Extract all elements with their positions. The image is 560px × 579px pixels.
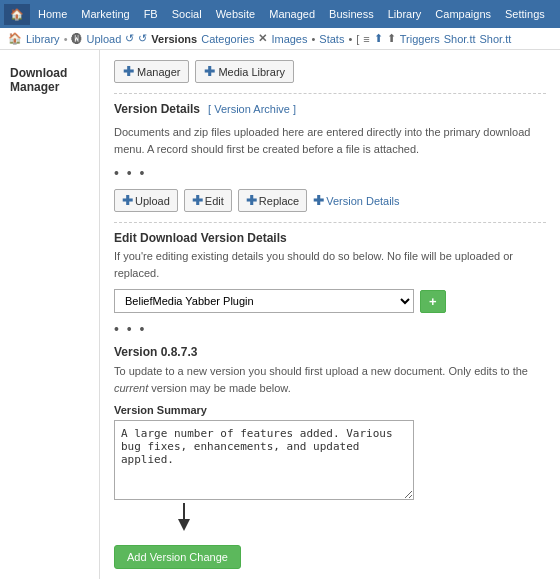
svg-marker-1	[178, 519, 190, 531]
home-icon: 🏠	[8, 32, 22, 45]
media-library-plus-icon: ✚	[204, 64, 215, 79]
breadcrumb-categories[interactable]: Categories	[201, 33, 254, 45]
add-version-container: Add Version Change	[114, 535, 241, 579]
nav-home-icon: 🏠	[4, 4, 30, 25]
bullet1: •	[311, 33, 315, 45]
media-library-button[interactable]: ✚ Media Library	[195, 60, 294, 83]
nav-settings[interactable]: Settings	[499, 4, 551, 24]
breadcrumb-library[interactable]: Library	[26, 33, 60, 45]
upload-plus-icon: ✚	[122, 193, 133, 208]
divider-2	[114, 222, 546, 223]
version-details-desc: Documents and zip files uploaded here ar…	[114, 124, 546, 157]
edit-version-section: Edit Download Version Details If you're …	[114, 231, 546, 281]
manager-plus-icon: ✚	[123, 64, 134, 79]
version-details-title: Version Details	[114, 102, 200, 116]
version-number: Version 0.8.7.3	[114, 345, 546, 359]
breadcrumb-media-library[interactable]: ⬆	[374, 32, 383, 45]
nav-campaigns[interactable]: Campaigns	[429, 4, 497, 24]
breadcrumb-images[interactable]: Images	[271, 33, 307, 45]
breadcrumb-stats[interactable]: Stats	[319, 33, 344, 45]
upload-icon: ⬆	[387, 32, 396, 45]
replace-label: Replace	[259, 195, 299, 207]
breadcrumb-x: ✕	[258, 32, 267, 45]
nav-website[interactable]: Website	[210, 4, 262, 24]
version-archive-subtitle: [ Version Archive ]	[208, 103, 296, 115]
wp-icon: 🅦	[71, 33, 82, 45]
arrow-indicator	[154, 503, 214, 533]
version-select[interactable]: BeliefMedia Yabber Plugin	[114, 289, 414, 313]
edit-label: Edit	[205, 195, 224, 207]
breadcrumb-upload[interactable]: Upload	[86, 33, 121, 45]
nav-home[interactable]: Home	[32, 4, 73, 24]
select-row: BeliefMedia Yabber Plugin +	[114, 289, 546, 313]
upload-button[interactable]: ✚ Upload	[114, 189, 178, 212]
version-details-link-icon: ✚	[313, 193, 324, 208]
breadcrumb-sep1: •	[64, 33, 68, 45]
add-plus-button[interactable]: +	[420, 290, 446, 313]
ellipsis-2: • • •	[114, 321, 546, 337]
breadcrumb-website[interactable]: Triggers	[400, 33, 440, 45]
edit-section-desc: If you're editing existing details you s…	[114, 248, 546, 281]
media-library-label: Media Library	[218, 66, 285, 78]
tool-row: ✚ Upload ✚ Edit ✚ Replace ✚ Version Deta…	[114, 189, 546, 212]
top-navigation: 🏠 Home Marketing FB Social Website Manag…	[0, 0, 560, 28]
add-version-button[interactable]: Add Version Change	[114, 545, 241, 569]
version-details-link[interactable]: ✚ Version Details	[313, 193, 399, 208]
version-details-section: Version Details [ Version Archive ] Docu…	[114, 102, 546, 157]
content-area: ✚ Manager ✚ Media Library Version Detail…	[100, 50, 560, 579]
breadcrumb: 🏠 Library • 🅦 Upload ↺ ↺ Versions Catego…	[0, 28, 560, 50]
version-summary-textarea[interactable]: A large number of features added. Variou…	[114, 420, 414, 500]
nav-library[interactable]: Library	[382, 4, 428, 24]
nav-marketing[interactable]: Marketing	[75, 4, 135, 24]
main-container: Download Manager ✚ Manager ✚ Media Libra…	[0, 50, 560, 579]
sidebar: Download Manager	[0, 50, 100, 579]
replace-plus-icon: ✚	[246, 193, 257, 208]
breadcrumb-triggers[interactable]: Shor.tt	[444, 33, 476, 45]
bracket-icon: [	[356, 33, 359, 45]
divider-1	[114, 93, 546, 94]
breadcrumb-shortt[interactable]: Shor.tt	[480, 33, 512, 45]
replace-button[interactable]: ✚ Replace	[238, 189, 307, 212]
list-icon: ≡	[363, 33, 369, 45]
bullet2: •	[348, 33, 352, 45]
nav-business[interactable]: Business	[323, 4, 380, 24]
nav-social[interactable]: Social	[166, 4, 208, 24]
breadcrumb-versions: Versions	[151, 33, 197, 45]
refresh-icon-2: ↺	[138, 32, 147, 45]
nav-fb[interactable]: FB	[138, 4, 164, 24]
version-summary-label: Version Summary	[114, 404, 546, 416]
manager-label: Manager	[137, 66, 180, 78]
version-description: To update to a new version you should fi…	[114, 363, 546, 396]
version-details-link-label: Version Details	[326, 195, 399, 207]
upload-label: Upload	[135, 195, 170, 207]
edit-section-title: Edit Download Version Details	[114, 231, 546, 245]
manager-button[interactable]: ✚ Manager	[114, 60, 189, 83]
action-row: ✚ Manager ✚ Media Library	[114, 60, 546, 83]
sidebar-title: Download Manager	[0, 60, 99, 100]
edit-plus-icon: ✚	[192, 193, 203, 208]
refresh-icon-1: ↺	[125, 32, 134, 45]
nav-managed[interactable]: Managed	[263, 4, 321, 24]
edit-button[interactable]: ✚ Edit	[184, 189, 232, 212]
ellipsis-1: • • •	[114, 165, 546, 181]
